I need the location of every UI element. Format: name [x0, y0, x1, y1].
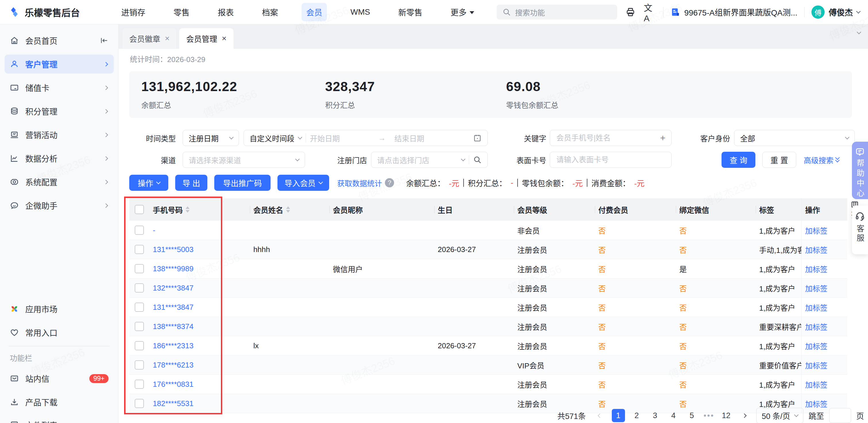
phone-link[interactable]: 186****2313 [153, 341, 194, 350]
export-promo-code-button[interactable]: 导出推广码 [214, 175, 271, 191]
row-checkbox[interactable] [135, 322, 144, 331]
sidebar-item-customer-management[interactable]: 客户管理 [5, 55, 114, 73]
add-tag-link[interactable]: 加标签 [805, 225, 828, 236]
page-number[interactable]: 2 [630, 409, 643, 422]
store-switcher[interactable]: 99675-A组新界面果蔬版QA测... [671, 6, 797, 18]
add-tag-link[interactable]: 加标签 [805, 283, 828, 293]
row-checkbox[interactable] [135, 360, 144, 369]
add-tag-link[interactable]: 加标签 [805, 360, 828, 370]
page-number-last[interactable]: 12 [719, 409, 733, 422]
sidebar-item-app-market[interactable]: 应用市场 [5, 299, 114, 319]
phone-link[interactable]: 182****5531 [153, 399, 194, 408]
row-checkbox[interactable] [135, 399, 144, 408]
query-button[interactable]: 查 询 [721, 152, 755, 168]
nav-item-more[interactable]: 更多 [446, 3, 479, 21]
keyword-input[interactable] [556, 133, 656, 143]
table-row[interactable]: 178****6213 VIP会员 否 否 重要价值客户 加标签 [129, 356, 847, 375]
jump-page-input[interactable] [829, 408, 851, 423]
surface-card-input[interactable] [556, 155, 665, 165]
phone-link[interactable]: 178****6213 [153, 361, 194, 369]
select-all-checkbox[interactable] [135, 205, 144, 214]
operate-dropdown-button[interactable]: 操作 [129, 175, 168, 191]
add-tag-link[interactable]: 加标签 [805, 379, 828, 390]
table-row[interactable]: 138****8374 注册会员 否 否 重要深耕客户 加标签 [129, 317, 847, 336]
row-checkbox[interactable] [135, 380, 144, 389]
table-row[interactable]: 131****3847 注册会员 否 否 1,成为客户 加标签 [129, 298, 847, 317]
sidebar-item-points-management[interactable]: 积分管理 [5, 102, 114, 121]
table-row[interactable]: 176****0831 注册会员 否 否 1,成为客户 加标签 [129, 375, 847, 394]
sidebar-item-marketing[interactable]: 营销活动 [5, 125, 114, 144]
phone-link[interactable]: - [153, 226, 155, 235]
identity-select[interactable]: 全部 [734, 130, 855, 146]
import-members-button[interactable]: 导入会员 [277, 175, 329, 191]
close-icon[interactable]: × [222, 34, 226, 42]
tab-list-chevron-icon[interactable] [857, 30, 861, 34]
next-page-button[interactable] [738, 409, 751, 422]
sidebar-item-frequent-entries[interactable]: 常用入口 [5, 323, 114, 342]
phone-link[interactable]: 131****5003 [153, 245, 194, 254]
row-checkbox[interactable] [135, 283, 144, 293]
page-number[interactable]: 5 [685, 409, 699, 422]
sidebar-item-member-home[interactable]: 会员首页 [5, 31, 114, 50]
phone-link[interactable]: 132****3847 [153, 283, 194, 293]
register-store-select[interactable]: 请点击选择门店 [371, 152, 488, 168]
advanced-search-link[interactable]: 高级搜索 [804, 152, 839, 168]
page-number[interactable]: 1 [612, 409, 625, 422]
close-icon[interactable]: × [165, 34, 169, 42]
sidebar-item-file-list[interactable]: 文件列表 [5, 416, 114, 423]
export-button[interactable]: 导 出 [175, 175, 207, 191]
nav-item-archive[interactable]: 档案 [257, 3, 283, 21]
add-tag-link[interactable]: 加标签 [805, 264, 828, 274]
start-date-placeholder[interactable]: 开始日期 [310, 133, 340, 143]
table-row[interactable]: 138****9989 微信用户 注册会员 否 是 1,成为客户 加标签 [129, 259, 847, 278]
pages-ellipsis[interactable]: ••• [704, 411, 714, 420]
row-checkbox[interactable] [135, 245, 144, 254]
phone-link[interactable]: 138****9989 [153, 264, 194, 273]
add-tag-link[interactable]: 加标签 [805, 340, 828, 351]
sidebar-item-wecom-assistant[interactable]: 企微助手 [5, 196, 114, 215]
user-menu[interactable]: 傅 傅俊杰 [811, 5, 860, 19]
phone-link[interactable]: 138****8374 [153, 322, 194, 331]
sidebar-item-inbox[interactable]: 站内信 99+ [5, 369, 114, 388]
end-date-placeholder[interactable]: 结束日期 [394, 133, 424, 143]
sidebar-item-data-analysis[interactable]: 数据分析 [5, 149, 114, 168]
table-row[interactable]: 131****5003 hhhh 2026-03-27 注册会员 否 否 手动,… [129, 240, 847, 259]
global-search[interactable]: 搜索功能 [497, 5, 617, 20]
table-row[interactable]: 186****2313 lx 2026-03-27 注册会员 否 否 1,成为客… [129, 336, 847, 356]
nav-item-member[interactable]: 会员 [302, 3, 327, 21]
row-checkbox[interactable] [135, 341, 144, 350]
row-checkbox[interactable] [135, 303, 144, 312]
plus-icon[interactable]: + [660, 133, 665, 143]
column-header-phone[interactable]: 手机号码 [149, 198, 250, 221]
sidebar-item-system-config[interactable]: 系统配置 [5, 173, 114, 191]
phone-link[interactable]: 131****3847 [153, 303, 194, 312]
language-button[interactable]: 文A [644, 6, 656, 19]
page-number[interactable]: 4 [667, 409, 680, 422]
row-checkbox[interactable] [135, 264, 144, 273]
page-number[interactable]: 3 [649, 409, 662, 422]
add-tag-link[interactable]: 加标签 [805, 321, 828, 332]
store-search-icon[interactable] [473, 155, 482, 164]
customer-service-button[interactable]: 客服 [852, 206, 868, 254]
page-size-select[interactable]: 50 条/页 [756, 408, 803, 423]
add-tag-link[interactable]: 加标签 [805, 302, 828, 313]
tab-member-management[interactable]: 会员管理 × [179, 28, 233, 49]
time-type-select[interactable]: 注册日期 [183, 130, 239, 146]
sort-icon[interactable] [186, 206, 190, 213]
sidebar-item-product-download[interactable]: 产品下载 [5, 393, 114, 412]
table-row[interactable]: - 非会员 否 否 1,成为客户 加标签 [129, 221, 847, 240]
add-tag-link[interactable]: 加标签 [805, 398, 828, 409]
collapse-sidebar-icon[interactable] [100, 36, 108, 45]
sidebar-item-stored-value-card[interactable]: 储值卡 [5, 78, 114, 97]
phone-link[interactable]: 176****0831 [153, 380, 194, 389]
help-center-button[interactable]: 帮助中心 [852, 142, 868, 199]
nav-item-retail[interactable]: 零售 [169, 3, 194, 21]
nav-item-report[interactable]: 报表 [213, 3, 239, 21]
sort-icon[interactable] [286, 206, 290, 213]
date-range-picker[interactable]: 自定义时间段 开始日期 → 结束日期 [244, 130, 488, 146]
printer-button[interactable] [624, 6, 637, 19]
reset-button[interactable]: 重 置 [762, 152, 796, 168]
fetch-stats-link[interactable]: 获取数据统计 ? [337, 175, 394, 191]
table-row[interactable]: 132****3847 注册会员 否 否 1,成为客户 加标签 [129, 278, 847, 298]
channel-select[interactable]: 请选择来源渠道 [183, 152, 305, 168]
